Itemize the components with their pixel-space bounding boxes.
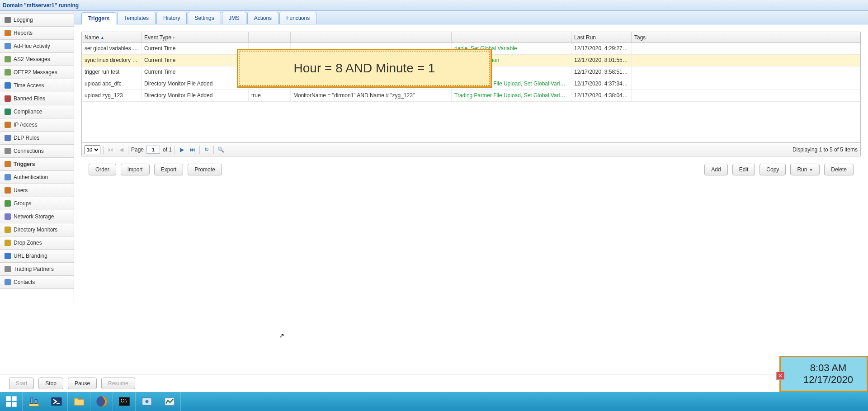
sidebar-item-contacts[interactable]: Contacts: [0, 276, 74, 289]
col-lastrun[interactable]: Last Run: [571, 32, 632, 43]
sidebar-item-connections[interactable]: Connections: [0, 145, 74, 158]
copy-button[interactable]: Copy: [760, 164, 786, 175]
table-row[interactable]: upload zyg_123Directory Monitor File Add…: [82, 90, 860, 102]
sidebar-item-ad-hoc-activity[interactable]: Ad-Hoc Activity: [0, 40, 74, 53]
sidebar-item-label: Directory Monitors: [14, 223, 57, 236]
col-event[interactable]: Event Type♦: [142, 32, 249, 43]
delete-button[interactable]: Delete: [824, 164, 854, 175]
stop-button[interactable]: Stop: [38, 378, 63, 389]
trigger-icon: [5, 161, 11, 167]
pause-button[interactable]: Pause: [68, 378, 97, 389]
add-button[interactable]: Add: [704, 164, 727, 175]
sort-asc-icon: ▲: [100, 35, 104, 40]
sidebar-item-label: DLP Rules: [14, 132, 39, 145]
edit-button[interactable]: Edit: [732, 164, 755, 175]
cell: set global variables to…: [82, 43, 142, 54]
sidebar-item-network-storage[interactable]: Network Storage: [0, 210, 74, 223]
export-button[interactable]: Export: [154, 164, 184, 175]
sidebar-item-label: Triggers: [14, 158, 35, 171]
cell: Current Time: [142, 66, 249, 78]
sidebar-item-label: Network Storage: [14, 210, 54, 223]
tab-history[interactable]: History: [156, 12, 187, 24]
monitor-icon: [5, 227, 11, 233]
group-icon: [5, 200, 11, 207]
col-actions[interactable]: [452, 32, 571, 43]
col-enabled[interactable]: [249, 32, 291, 43]
cell: [632, 55, 860, 66]
svg-rect-2: [6, 402, 10, 407]
tab-actions[interactable]: Actions: [247, 12, 278, 24]
sidebar-item-reports[interactable]: Reports: [0, 27, 74, 40]
run-button[interactable]: Run▼: [790, 164, 820, 175]
sidebar-item-time-access[interactable]: Time Access: [0, 79, 74, 92]
chevron-down-icon: ▼: [809, 168, 813, 172]
task-app2[interactable]: [158, 392, 181, 411]
sidebar-item-label: Users: [14, 184, 28, 197]
last-page-icon[interactable]: ⏭: [189, 146, 197, 154]
start-button[interactable]: [0, 392, 23, 411]
cell: sync linux directory wi…: [82, 55, 142, 66]
svg-point-13: [145, 400, 148, 403]
sidebar-item-users[interactable]: Users: [0, 184, 74, 197]
task-app1[interactable]: [136, 392, 158, 411]
cell: [632, 43, 860, 54]
page-input[interactable]: [146, 146, 160, 154]
task-firefox[interactable]: [90, 392, 113, 411]
col-expr[interactable]: [291, 32, 452, 43]
page-size-select[interactable]: 10: [85, 145, 100, 154]
task-cmd[interactable]: C:\: [113, 392, 136, 411]
promote-button[interactable]: Promote: [188, 164, 222, 175]
first-page-icon[interactable]: ⏮: [106, 146, 114, 154]
next-page-icon[interactable]: ▶: [178, 146, 186, 154]
svg-rect-0: [6, 396, 10, 401]
user-icon: [5, 187, 11, 194]
sidebar-item-logging[interactable]: Logging: [0, 14, 74, 27]
tab-triggers[interactable]: Triggers: [81, 12, 116, 24]
log-icon: [5, 17, 11, 23]
task-powershell[interactable]: [45, 392, 68, 411]
cell: [632, 90, 860, 101]
page-label: Page: [131, 146, 144, 153]
sidebar-item-triggers[interactable]: Triggers: [0, 158, 74, 171]
sidebar-item-as2-messages[interactable]: AS2 Messages: [0, 53, 74, 66]
sidebar-item-groups[interactable]: Groups: [0, 197, 74, 210]
svg-rect-5: [31, 398, 33, 404]
sidebar-item-trading-partners[interactable]: Trading Partners: [0, 263, 74, 276]
sidebar-item-label: OFTP2 Messages: [14, 66, 57, 79]
col-tags[interactable]: Tags: [632, 32, 860, 43]
search-icon[interactable]: 🔍: [217, 146, 225, 154]
action-row: OrderImportExportPromoteAddEditCopyRun▼D…: [81, 156, 861, 183]
sidebar-item-banned-files[interactable]: Banned Files: [0, 92, 74, 105]
auth-icon: [5, 174, 11, 180]
col-name[interactable]: Name▲: [82, 32, 142, 43]
task-explorer[interactable]: [23, 392, 45, 411]
sidebar-item-label: Drop Zones: [14, 236, 42, 250]
activity-icon: [5, 43, 11, 49]
cell: 12/17/2020, 4:37:34 AM: [571, 78, 632, 90]
message-icon: [5, 69, 11, 76]
sidebar-item-label: Connections: [14, 145, 44, 158]
refresh-icon[interactable]: ↻: [203, 146, 211, 154]
sidebar-item-label: URL Branding: [14, 250, 47, 263]
sidebar-item-oftp2-messages[interactable]: OFTP2 Messages: [0, 66, 74, 79]
sidebar-item-directory-monitors[interactable]: Directory Monitors: [0, 223, 74, 236]
order-button[interactable]: Order: [89, 164, 116, 175]
sidebar-item-url-branding[interactable]: URL Branding: [0, 250, 74, 263]
sidebar-item-drop-zones[interactable]: Drop Zones: [0, 236, 74, 250]
prev-page-icon[interactable]: ◀: [117, 146, 125, 154]
sidebar-item-compliance[interactable]: Compliance: [0, 105, 74, 118]
task-files[interactable]: [68, 392, 90, 411]
mouse-cursor: [279, 332, 284, 339]
partner-icon: [5, 266, 11, 272]
tab-settings[interactable]: Settings: [188, 12, 221, 24]
cell: upload abc_dfc: [82, 78, 142, 90]
sidebar-item-dlp-rules[interactable]: DLP Rules: [0, 132, 74, 145]
tab-functions[interactable]: Functions: [279, 12, 316, 24]
import-button[interactable]: Import: [121, 164, 150, 175]
tab-jms[interactable]: JMS: [222, 12, 246, 24]
clock-time: 8:03 AM: [810, 362, 847, 374]
sidebar-item-authentication[interactable]: Authentication: [0, 171, 74, 184]
tab-templates[interactable]: Templates: [117, 12, 156, 24]
sidebar-item-label: Contacts: [14, 276, 35, 289]
sidebar-item-ip-access[interactable]: IP Access: [0, 118, 74, 132]
